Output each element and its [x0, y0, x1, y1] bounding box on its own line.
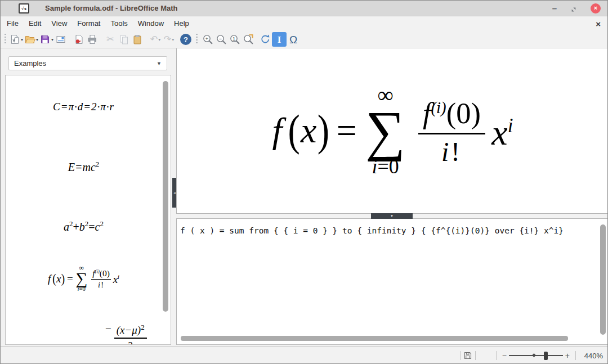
horizontal-splitter[interactable]: ▼ [176, 213, 608, 219]
undo-icon: ↶ [150, 35, 158, 44]
examples-selector-value: Examples [14, 59, 46, 68]
svg-text:−: − [219, 36, 222, 42]
export-pdf-icon [73, 34, 84, 45]
window-controls: – × [552, 3, 601, 14]
menu-help[interactable]: Help [169, 16, 194, 31]
app-icon: √x [19, 3, 29, 14]
update-button[interactable] [258, 32, 272, 47]
omega-icon: Ω [289, 34, 297, 45]
email-document-button[interactable] [54, 32, 68, 47]
copy-icon [118, 34, 129, 45]
help-icon: ? [180, 34, 191, 45]
open-dropdown-caret-icon[interactable]: ▾ [36, 37, 38, 42]
restore-icon [570, 6, 577, 13]
copy-button[interactable] [117, 32, 131, 47]
new-formula-icon [9, 34, 20, 45]
export-pdf-button[interactable] [72, 32, 86, 47]
formula-cursor-button[interactable]: I [272, 32, 287, 47]
svg-text:+: + [205, 36, 208, 42]
zoom-in-button[interactable]: + [201, 32, 214, 47]
save-floppy-icon [39, 34, 51, 45]
command-horizontal-scrollbar-thumb[interactable] [181, 336, 568, 341]
show-all-button[interactable] [242, 32, 255, 47]
zoom-out-control[interactable]: − [502, 352, 507, 359]
app-window: √x Sample formula.odf - LibreOffice Math… [0, 0, 608, 364]
close-icon: × [594, 5, 597, 11]
example-circumference[interactable]: C=π·d=2·π·r [6, 101, 162, 113]
new-formula-button[interactable]: ▾ [8, 32, 24, 47]
menu-view[interactable]: View [46, 16, 72, 31]
show-all-icon [243, 34, 254, 45]
symbols-catalog-button[interactable]: Ω [287, 32, 300, 47]
zoom-100-button[interactable]: 1 [228, 32, 242, 47]
update-refresh-icon [260, 34, 271, 45]
save-dropdown-caret-icon[interactable]: ▾ [51, 37, 53, 42]
taylor-formula-large: f(x)= ∞∑i=0 f(i)(0)i! xi [272, 84, 513, 177]
titlebar[interactable]: √x Sample formula.odf - LibreOffice Math… [1, 1, 607, 16]
redo-icon: ↷ [164, 35, 171, 44]
redo-button[interactable]: ↷ ▾ [162, 32, 176, 47]
toolbar: ▾ ▾ ▾ [1, 31, 607, 48]
email-document-icon [55, 34, 66, 45]
open-folder-icon [24, 34, 35, 45]
example-pythagoras[interactable]: a2+b2=c2 [6, 219, 162, 233]
paste-button[interactable] [131, 32, 144, 47]
print-button[interactable] [86, 32, 99, 47]
new-dropdown-caret-icon[interactable]: ▾ [21, 37, 23, 42]
open-button[interactable]: ▾ [24, 32, 39, 47]
zoom-in-control[interactable]: + [565, 352, 570, 359]
redo-dropdown-caret-icon[interactable]: ▾ [172, 37, 174, 42]
example-mass-energy[interactable]: E=mc2 [6, 160, 162, 174]
horizontal-splitter-handle[interactable]: ▼ [371, 213, 413, 219]
zoom-slider-notch [532, 353, 536, 357]
splitter-left-icon: ◂ [173, 191, 176, 195]
statusbar-separator [496, 351, 497, 360]
close-document-button[interactable]: × [596, 20, 601, 28]
formula-command-editor[interactable]: f ( x ) = sum from { { i = 0 } } to { in… [176, 219, 608, 345]
menubar: File Edit View Format Tools Window Help … [1, 16, 607, 31]
svg-text:1: 1 [233, 36, 235, 42]
menu-edit[interactable]: Edit [24, 16, 46, 31]
minimize-button[interactable]: – [552, 6, 557, 11]
window-title: Sample formula.odf - LibreOffice Math [45, 4, 177, 12]
command-vertical-scrollbar-thumb[interactable] [600, 224, 606, 335]
zoom-out-button[interactable]: − [214, 32, 228, 47]
statusbar-separator [460, 351, 461, 360]
examples-list: C=π·d=2·π·r E=mc2 a2+b2=c2 f(x)= ∞∑i=0 f… [5, 75, 171, 345]
close-button[interactable]: × [591, 3, 601, 14]
zoom-level[interactable]: 440% [583, 352, 603, 360]
splitter-down-icon: ▼ [390, 214, 394, 218]
example-gauss-partial[interactable]: − (x−μ)2 2 [105, 323, 147, 345]
paste-icon [132, 34, 143, 45]
zoom-100-icon: 1 [229, 34, 240, 45]
statusbar-separator [575, 351, 576, 360]
help-button[interactable]: ? [179, 32, 193, 47]
menu-tools[interactable]: Tools [105, 16, 132, 31]
toolbar-separator [196, 34, 198, 45]
zoom-slider[interactable] [509, 351, 563, 360]
print-icon [87, 34, 98, 45]
menu-format[interactable]: Format [72, 16, 105, 31]
menu-window[interactable]: Window [133, 16, 169, 31]
toolbar-grip-icon[interactable] [5, 34, 6, 45]
formula-cursor-icon: I [278, 35, 281, 44]
statusbar-separator [475, 351, 476, 360]
restore-button[interactable] [570, 5, 577, 12]
zoom-slider-handle[interactable] [544, 352, 548, 360]
example-taylor-series[interactable]: f(x)= ∞∑i=0 f(i)(0)i! xi [6, 265, 162, 293]
zoom-out-icon: − [216, 34, 227, 45]
undo-dropdown-caret-icon[interactable]: ▾ [158, 37, 160, 42]
undo-button[interactable]: ↶ ▾ [149, 32, 162, 47]
examples-selector[interactable]: Examples ▼ [8, 56, 167, 70]
menu-file[interactable]: File [2, 16, 24, 31]
statusbar: − + 440% [1, 346, 607, 364]
taylor-formula-mini: f(x)= ∞∑i=0 f(i)(0)i! xi [48, 265, 119, 293]
app-icon-glyph: √x [21, 6, 26, 11]
combo-arrow-icon[interactable]: ▼ [157, 61, 162, 66]
save-button[interactable]: ▾ [39, 32, 54, 47]
formula-view[interactable]: f(x)= ∞∑i=0 f(i)(0)i! xi [176, 48, 608, 213]
formula-command-text[interactable]: f ( x ) = sum from { { i = 0 } } to { in… [180, 226, 597, 236]
zoom-in-icon: + [202, 34, 213, 45]
examples-scrollbar-thumb[interactable] [163, 81, 168, 312]
cut-button[interactable]: ✂ [104, 32, 117, 47]
